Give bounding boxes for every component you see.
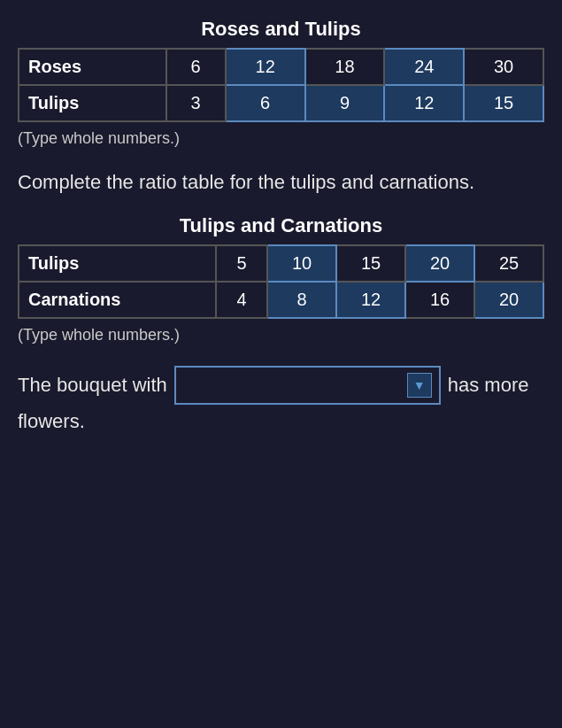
tulips-carnations-table: Tulips 5 10 15 20 25 Carnations 4 8 12 1… [18,244,544,319]
carnations-label: Carnations [19,282,216,318]
tulips-label-1: Tulips [19,85,166,121]
roses-row: Roses 6 12 18 24 30 [19,49,543,85]
roses-tulips-hint: (Type whole numbers.) [18,129,544,148]
tulips-val-1: 3 [166,85,226,121]
tulips-val-5: 15 [464,85,543,121]
carnations-val-5: 20 [474,282,543,318]
roses-val-5: 30 [464,49,543,85]
carnations-val-4: 16 [405,282,474,318]
tulips-val-3: 9 [305,85,385,121]
carnations-val-2: 8 [267,282,336,318]
roses-tulips-table: Roses 6 12 18 24 30 Tulips 3 6 9 12 15 [18,48,544,122]
dropdown-arrow-button[interactable]: ▼ [407,373,432,398]
tulips-row-1: Tulips 3 6 9 12 15 [19,85,543,121]
bouquet-dropdown-input[interactable] [183,375,407,395]
bouquet-suffix: has more [448,374,529,397]
bouquet-line: The bouquet with ▼ has more [18,366,544,405]
tc-tulips-val-4: 20 [405,245,474,282]
tulips-row-2: Tulips 5 10 15 20 25 [19,245,543,282]
tulips-label-2: Tulips [19,245,216,282]
tulips-val-4: 12 [384,85,464,121]
tulips-carnations-title: Tulips and Carnations [18,214,544,237]
tc-tulips-val-2: 10 [267,245,336,282]
tc-tulips-val-5: 25 [474,245,543,282]
roses-val-2: 12 [226,49,305,85]
roses-val-1: 6 [166,49,226,85]
flowers-text: flowers. [18,410,544,433]
roses-label: Roses [19,49,166,85]
roses-tulips-title: Roses and Tulips [18,18,544,41]
tulips-carnations-hint: (Type whole numbers.) [18,326,544,345]
bouquet-prefix: The bouquet with [18,374,167,397]
instruction-text: Complete the ratio table for the tulips … [18,169,544,197]
tulips-val-2: 6 [226,85,305,121]
bouquet-dropdown-container[interactable]: ▼ [174,366,441,405]
tc-tulips-val-1: 5 [216,245,267,282]
carnations-val-1: 4 [216,282,267,318]
carnations-row: Carnations 4 8 12 16 20 [19,282,543,318]
tc-tulips-val-3: 15 [336,245,405,282]
carnations-val-3: 12 [336,282,405,318]
roses-val-3: 18 [305,49,385,85]
bouquet-section: The bouquet with ▼ has more flowers. [18,366,544,433]
roses-val-4: 24 [384,49,464,85]
